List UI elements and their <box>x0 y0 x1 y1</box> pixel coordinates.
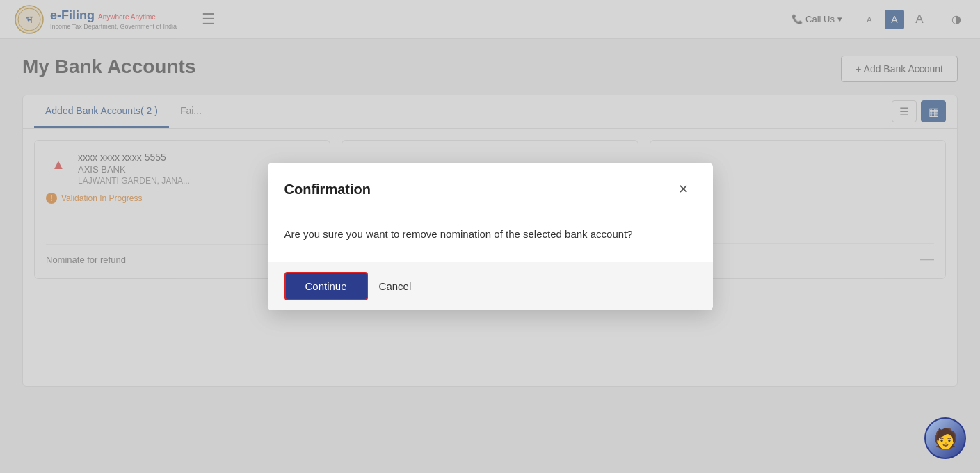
modal-overlay[interactable]: Confirmation ✕ Are you sure you want to … <box>0 0 980 473</box>
modal-footer: Continue Cancel <box>268 262 713 310</box>
modal-close-button[interactable]: ✕ <box>671 177 696 202</box>
confirmation-modal: Confirmation ✕ Are you sure you want to … <box>268 163 713 310</box>
continue-button[interactable]: Continue <box>284 272 368 300</box>
modal-body-text: Are you sure you want to remove nominati… <box>284 228 633 240</box>
modal-body: Are you sure you want to remove nominati… <box>268 213 713 262</box>
chatbot-avatar[interactable]: 🧑 <box>924 417 966 459</box>
modal-header-row: Confirmation ✕ <box>284 177 696 202</box>
chatbot-icon: 🧑 <box>926 419 965 458</box>
modal-title: Confirmation <box>284 182 371 198</box>
modal-header: Confirmation ✕ <box>268 163 713 213</box>
cancel-button[interactable]: Cancel <box>379 280 412 292</box>
